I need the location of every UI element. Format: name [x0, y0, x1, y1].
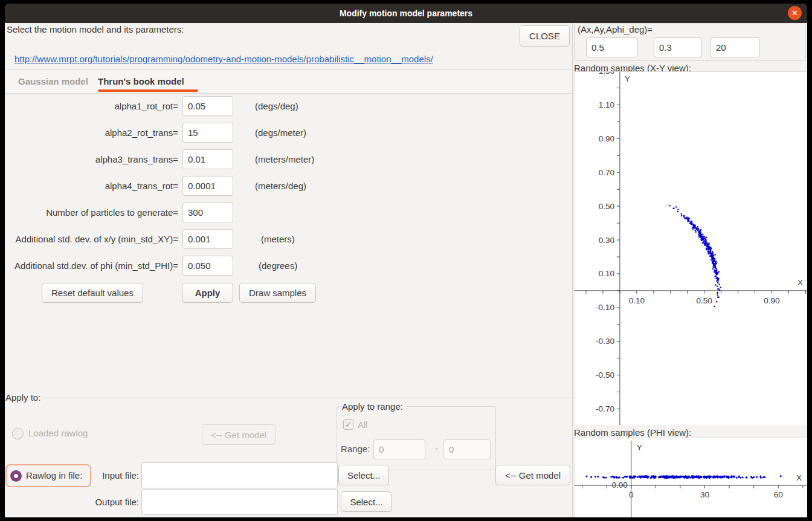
minstd-phi-label: Additional std.dev. of phi (min_std_PHI)… [5, 256, 178, 276]
svg-text:1.10: 1.10 [599, 100, 614, 109]
svg-text:0.90: 0.90 [764, 296, 779, 305]
dialog-window: Modify motion model parameters ✕ Select … [5, 4, 807, 517]
output-file-label: Output file: [5, 497, 139, 507]
right-panel-divider [572, 23, 573, 517]
pose-ax-input[interactable] [586, 37, 638, 57]
all-checkbox-label: All [358, 419, 368, 430]
alpha1-input[interactable] [182, 96, 233, 116]
draw-samples-button[interactable]: Draw samples [239, 283, 316, 303]
svg-text:-0.70: -0.70 [596, 404, 614, 413]
alpha2-input[interactable] [182, 123, 233, 143]
titlebar: Modify motion model parameters [5, 4, 807, 23]
alpha3-unit: (meters/meter) [255, 154, 314, 164]
close-dialog-button[interactable]: CLOSE [520, 25, 570, 47]
minstd-phi-input[interactable] [182, 256, 233, 276]
svg-text:-0.50: -0.50 [596, 371, 614, 380]
alpha4-unit: (meters/deg) [255, 181, 306, 191]
alpha2-unit: (degs/meter) [255, 128, 306, 138]
svg-text:-0.30: -0.30 [596, 337, 614, 346]
svg-text:0.10: 0.10 [629, 296, 645, 305]
svg-text:Y: Y [625, 74, 630, 83]
get-model-bottom-button[interactable]: <-- Get model [495, 465, 570, 485]
loaded-rawlog-radio [12, 428, 24, 439]
svg-text:0.50: 0.50 [697, 296, 712, 305]
svg-text:60: 60 [774, 490, 783, 499]
svg-text:0.90: 0.90 [599, 134, 614, 143]
svg-text:0: 0 [629, 490, 634, 499]
loaded-rawlog-label: Loaded rawlog [28, 428, 88, 438]
apply-to-divider [5, 398, 572, 398]
apply-to-range-group [337, 406, 496, 470]
alpha4-input[interactable] [182, 176, 233, 196]
svg-text:Y: Y [637, 443, 642, 452]
alpha1-unit: (degs/deg) [255, 101, 298, 111]
mrpt-tutorial-link[interactable]: http://www.mrpt.org/tutorials/programmin… [14, 54, 433, 64]
range-from-input [373, 439, 425, 459]
pose-group-label: (Ax,Ay,Aphi_deg)= [578, 24, 652, 34]
xy-chart: 0.100.500.901.301.100.900.700.500.300.10… [574, 71, 807, 425]
phi-chart: 030600.00YX [574, 438, 807, 517]
minstd-xy-unit: (meters) [261, 234, 295, 244]
svg-text:0.10: 0.10 [599, 269, 614, 278]
minstd-xy-input[interactable] [182, 229, 233, 249]
svg-text:1.30: 1.30 [599, 71, 614, 76]
svg-text:0.30: 0.30 [599, 236, 614, 245]
pose-aphi-input[interactable] [710, 37, 760, 57]
active-tab-underline [98, 89, 198, 92]
input-file-field[interactable] [141, 462, 338, 488]
pose-ay-input[interactable] [654, 37, 702, 57]
select-model-label: Select the motion model and its paramete… [7, 24, 184, 34]
all-checkbox: ✓ [343, 419, 353, 430]
window-title: Modify motion model parameters [340, 8, 472, 18]
range-to-input [443, 439, 491, 459]
phi-view-title: Random samples (PHI view): [574, 427, 691, 438]
apply-button[interactable]: Apply [182, 283, 233, 303]
svg-text:0.70: 0.70 [599, 168, 614, 177]
svg-text:X: X [796, 473, 802, 482]
range-label: Range: [341, 444, 370, 454]
svg-text:30: 30 [700, 490, 709, 499]
range-dash: - [435, 443, 438, 453]
close-icon: ✕ [791, 9, 798, 17]
reset-default-values-button[interactable]: Reset default values [42, 283, 143, 303]
select-input-file-button[interactable]: Select... [338, 465, 389, 485]
output-file-field[interactable] [141, 489, 338, 515]
minstd-xy-label: Additional std. dev. of x/y (min_std_XY)… [5, 229, 178, 249]
get-model-top-button: <-- Get model [202, 424, 276, 445]
tab-gaussian-model[interactable]: Gaussian model [18, 70, 88, 93]
svg-text:0.00: 0.00 [611, 481, 627, 490]
particles-label: Number of particles to generate= [5, 202, 178, 222]
alpha3-input[interactable] [182, 149, 233, 169]
svg-text:0.50: 0.50 [599, 202, 614, 211]
close-button[interactable]: ✕ [788, 6, 802, 20]
alpha2-label: alpha2_rot_trans= [5, 123, 178, 143]
alpha4-label: alpha4_trans_rot= [5, 176, 178, 196]
apply-to-legend: Apply to: [5, 392, 44, 403]
minstd-phi-unit: (degrees) [259, 260, 297, 271]
input-file-label: Input file: [5, 470, 139, 481]
alpha1-label: alpha1_rot_rot= [5, 96, 178, 116]
svg-text:X: X [798, 278, 803, 287]
apply-to-range-legend: Apply to range: [341, 401, 406, 412]
select-output-file-button[interactable]: Select... [341, 491, 392, 512]
tab-strip: Gaussian model Thrun's book model [5, 69, 572, 94]
alpha3-label: alpha3_trans_trans= [5, 149, 178, 169]
svg-text:-0.10: -0.10 [596, 303, 614, 312]
particles-input[interactable] [182, 202, 233, 222]
